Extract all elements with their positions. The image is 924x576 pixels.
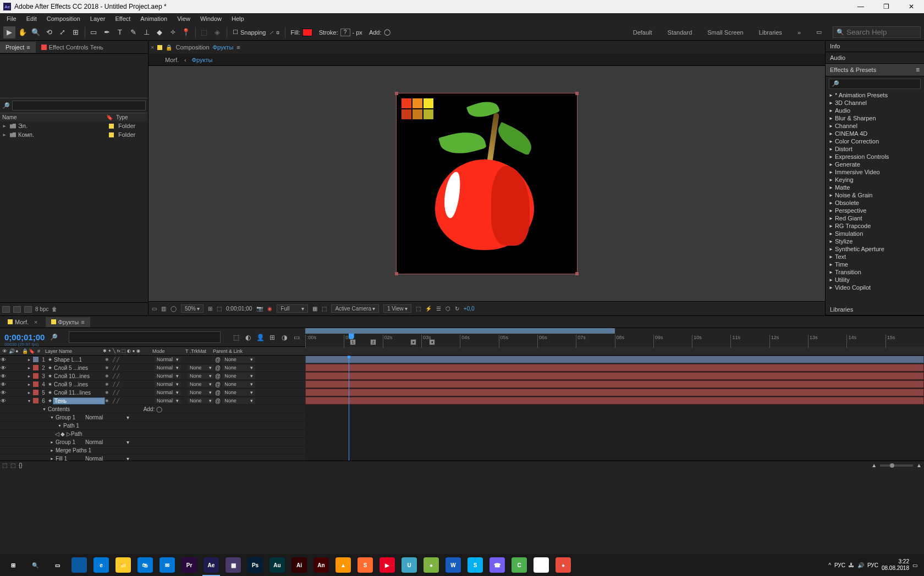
taskbar-app[interactable]: ▦ <box>222 554 244 576</box>
draft3d-icon[interactable]: ◐ <box>244 333 252 342</box>
label-swatch[interactable] <box>33 390 38 395</box>
handle-icon[interactable] <box>395 272 398 275</box>
effect-category[interactable]: ► Simulation <box>826 230 924 237</box>
mode-dropdown[interactable]: Normal▾ <box>155 390 181 395</box>
parent-dropdown[interactable]: None▾ <box>222 381 255 387</box>
mode-dropdown[interactable]: Normal▾ <box>85 456 129 461</box>
taskbar-app[interactable]: ☎ <box>486 554 508 576</box>
mask-icon[interactable]: ◯ <box>170 306 177 312</box>
layer-name[interactable]: Слой 9 ...ines <box>53 381 105 387</box>
effect-category[interactable]: ► Generate <box>826 160 924 168</box>
timecode[interactable]: 0;00;01;00 <box>4 333 45 342</box>
col-number[interactable]: # <box>35 348 43 354</box>
taskbar-app[interactable]: ● <box>552 554 574 576</box>
layer-switches[interactable]: ✱ ╱ ╱ <box>105 398 155 403</box>
trkmat-dropdown[interactable]: None▾ <box>188 373 214 379</box>
label-swatch[interactable] <box>33 381 38 387</box>
layer-property-row[interactable]: ►Merge Paths 1 <box>0 446 305 455</box>
taskbar-app[interactable]: e <box>90 554 112 576</box>
clone-tool[interactable]: ⊥ <box>140 26 152 38</box>
zoom-in-icon[interactable]: ▲ <box>916 462 922 468</box>
effect-category[interactable]: ► RG Trapcode <box>826 222 924 230</box>
workspace-standard[interactable]: Standard <box>663 27 697 38</box>
stroke-swatch[interactable] <box>340 29 350 36</box>
layer-switches[interactable]: ✱ ╱ ╱ <box>105 390 155 395</box>
menu-window[interactable]: Window <box>196 14 226 23</box>
crumb-parent[interactable]: Morf. <box>165 57 179 63</box>
audio-panel-head[interactable]: Audio <box>826 52 924 64</box>
mode-dropdown[interactable]: Normal▾ <box>85 414 129 420</box>
mode-dropdown[interactable]: Normal▾ <box>155 365 181 370</box>
text-tool[interactable]: T <box>114 26 126 38</box>
layer-name[interactable]: Shape L...1 <box>53 357 105 363</box>
label-swatch[interactable] <box>33 398 38 403</box>
effect-category[interactable]: ► Blur & Sharpen <box>826 114 924 122</box>
camera-dropdown[interactable]: Active Camera ▾ <box>331 304 379 313</box>
layer-row[interactable]: 👁▼6★Тень✱ ╱ ╱Normal▾None▾@None▾ <box>0 397 305 405</box>
work-area[interactable] <box>305 328 615 334</box>
layer-property-row[interactable]: ▼Group 1Normal▾ <box>0 413 305 422</box>
pickwhip-icon[interactable]: @ <box>215 357 221 363</box>
layer-name[interactable]: Тень <box>53 397 105 405</box>
twirl-icon[interactable]: ► <box>26 366 32 370</box>
keyframe-nav-icon[interactable]: ◁ ◆ ▷ <box>55 431 72 437</box>
twirl-icon[interactable]: ► <box>26 358 32 362</box>
layer-switches[interactable]: ✱ ╱ ╱ <box>105 382 155 387</box>
lock-icon[interactable]: 🔒 <box>166 45 172 51</box>
pickwhip-icon[interactable]: @ <box>215 381 221 387</box>
trkmat-dropdown[interactable]: None▾ <box>188 365 214 370</box>
toggle-modes-icon[interactable]: ⬚ <box>10 462 15 468</box>
view-dropdown[interactable]: 1 View ▾ <box>383 304 411 313</box>
tab-project[interactable]: Project ≡ <box>0 42 36 53</box>
time-ruler[interactable]: :00s01s02s03s04s05s06s07s08s09s10s11s12s… <box>305 328 924 347</box>
flowchart-icon[interactable]: ⬡ <box>446 306 450 312</box>
taskbar-app[interactable]: S <box>464 554 486 576</box>
add-menu[interactable]: Add: ◯ <box>144 406 162 412</box>
layer-name[interactable]: Слой 5 ...ines <box>53 365 105 371</box>
taskbar-app[interactable]: ⊞ <box>2 554 24 576</box>
taskbar-app[interactable]: Ae <box>200 554 222 576</box>
handle-icon[interactable] <box>575 92 579 95</box>
pickwhip-icon[interactable]: @ <box>215 365 221 371</box>
canvas[interactable] <box>396 93 578 274</box>
taskbar-app[interactable]: Au <box>266 554 288 576</box>
marker-icon[interactable]: 2 <box>370 339 376 345</box>
cti-line[interactable] <box>349 356 349 461</box>
taskbar-app[interactable]: ✉ <box>156 554 178 576</box>
fill-control[interactable]: Fill: <box>288 27 316 37</box>
tray-notifications-icon[interactable]: ▭ <box>912 562 917 568</box>
timeline-search[interactable] <box>69 331 221 343</box>
taskbar-app[interactable]: Ps <box>244 554 266 576</box>
brush-tool[interactable]: ✎ <box>127 26 139 38</box>
zoom-slider[interactable] <box>890 463 894 468</box>
layer-property-row[interactable]: ▼Path 1 <box>0 422 305 430</box>
tab-effect-controls[interactable]: Effect Controls Тень <box>36 42 109 53</box>
taskbar-app[interactable]: S <box>354 554 376 576</box>
effects-presets-head[interactable]: Effects & Presets≡ <box>826 64 924 76</box>
effect-category[interactable]: ► Video Copilot <box>826 284 924 291</box>
menu-help[interactable]: Help <box>227 14 249 23</box>
layer-row[interactable]: 👁►4★Слой 9 ...ines✱ ╱ ╱Normal▾None▾@None… <box>0 380 305 389</box>
maximize-button[interactable]: ❐ <box>873 0 899 13</box>
project-item[interactable]: ► Эл. Folder <box>0 121 148 130</box>
layer-name[interactable]: Слой 11...lines <box>53 390 105 396</box>
transparency-icon[interactable]: ▦ <box>312 306 317 312</box>
mode-dropdown[interactable]: Normal▾ <box>85 439 129 445</box>
info-panel-head[interactable]: Info <box>826 41 924 52</box>
visibility-icon[interactable]: 👁 <box>0 381 7 387</box>
eraser-tool[interactable]: ◆ <box>153 26 166 38</box>
effect-category[interactable]: ► Color Correction <box>826 137 924 145</box>
roto-tool[interactable]: ✧ <box>167 26 179 38</box>
taskbar-app[interactable]: 📁 <box>112 554 134 576</box>
effect-category[interactable]: ► Utility <box>826 276 924 284</box>
visibility-icon[interactable]: 👁 <box>0 390 7 396</box>
marker-icon[interactable]: ▾ <box>429 339 435 345</box>
shy-icon[interactable]: 👤 <box>256 333 265 342</box>
effect-category[interactable]: ► Obsolete <box>826 199 924 207</box>
new-comp-icon[interactable] <box>24 306 32 313</box>
twirl-icon[interactable]: ▼ <box>58 424 63 428</box>
label-swatch[interactable] <box>33 373 38 379</box>
libraries-panel-head[interactable]: Libraries <box>826 304 924 315</box>
parent-dropdown[interactable]: None▾ <box>222 373 255 379</box>
taskbar-app[interactable]: C <box>508 554 530 576</box>
